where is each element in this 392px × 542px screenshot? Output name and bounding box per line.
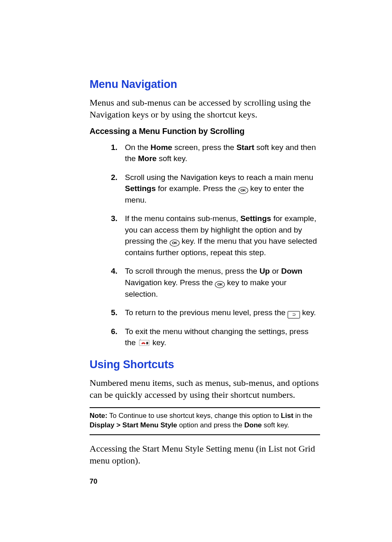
step-text: Scroll using the Navigation keys to reac… [125, 173, 313, 204]
note-block: Note: To Continue to use shortcut keys, … [90, 407, 320, 435]
svg-rect-0 [146, 342, 148, 344]
intro-paragraph: Numbered menu items, such as menus, sub-… [90, 377, 320, 401]
step-4: 4. To scroll through the menus, press th… [111, 265, 320, 300]
steps-list: 1. On the Home screen, press the Start s… [111, 142, 320, 348]
ok-key-icon: OK [215, 281, 225, 288]
step-text: On the Home screen, press the Start soft… [125, 143, 316, 163]
step-2: 2. Scroll using the Navigation keys to r… [111, 172, 320, 206]
section-heading-menu-navigation: Menu Navigation [90, 78, 320, 91]
step-3: 3. If the menu contains sub-menus, Setti… [111, 213, 320, 258]
step-text: To exit the menu without changing the se… [125, 327, 309, 347]
page-number: 70 [90, 477, 320, 486]
note-label: Note: [90, 412, 107, 420]
step-number: 2. [111, 172, 118, 183]
step-number: 4. [111, 265, 118, 277]
document-page: Menu Navigation Menus and sub-menus can … [0, 0, 392, 542]
step-6: 6. To exit the menu without changing the… [111, 326, 320, 348]
ok-key-icon: OK [170, 240, 180, 247]
step-text: To scroll through the menus, press the U… [125, 267, 302, 298]
section-heading-using-shortcuts: Using Shortcuts [90, 358, 320, 371]
step-text: To return to the previous menu level, pr… [125, 308, 316, 317]
step-5: 5. To return to the previous menu level,… [111, 307, 320, 318]
body-paragraph: Accessing the Start Menu Style Setting m… [90, 443, 320, 467]
back-key-icon: ⊃ [288, 311, 300, 318]
step-text: If the menu contains sub-menus, Settings… [125, 214, 317, 257]
step-number: 1. [111, 142, 118, 153]
step-number: 3. [111, 213, 118, 224]
step-number: 6. [111, 326, 118, 337]
intro-paragraph: Menus and sub-menus can be accessed by s… [90, 97, 320, 121]
end-call-key-icon [138, 339, 150, 346]
step-number: 5. [111, 307, 118, 318]
step-1: 1. On the Home screen, press the Start s… [111, 142, 320, 164]
subheading-accessing: Accessing a Menu Function by Scrolling [90, 127, 320, 136]
ok-key-icon: OK [238, 187, 248, 194]
